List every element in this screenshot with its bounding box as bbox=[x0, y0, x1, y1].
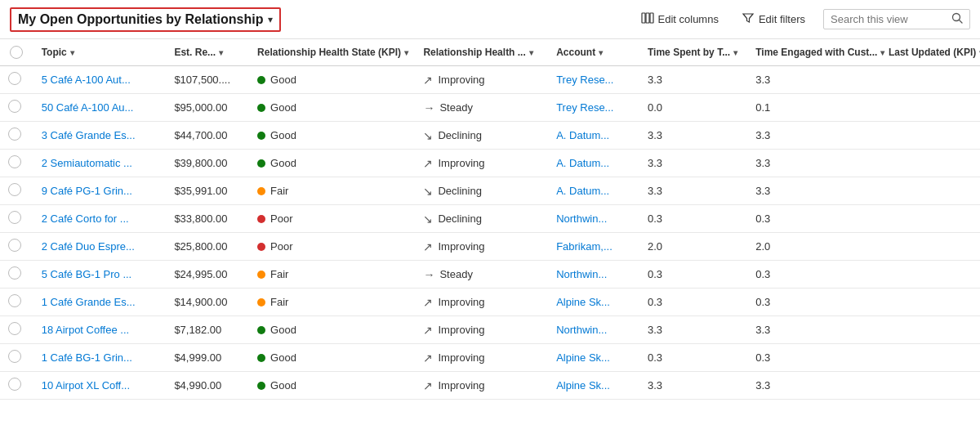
edit-columns-button[interactable]: Edit columns bbox=[636, 8, 724, 30]
row-checkbox[interactable] bbox=[8, 239, 21, 252]
sort-icon: ▾ bbox=[733, 48, 737, 57]
topic-link[interactable]: 9 Café PG-1 Grin... bbox=[42, 185, 132, 197]
est-revenue-cell: $39,800.00 bbox=[166, 150, 249, 177]
account-cell[interactable]: A. Datum... bbox=[548, 177, 639, 205]
account-link[interactable]: Fabrikam,... bbox=[556, 240, 612, 253]
time-engaged-cell: 3.3 bbox=[747, 122, 880, 150]
trend-arrow-icon: ↗ bbox=[423, 379, 433, 392]
time-engaged-cell: 0.3 bbox=[747, 289, 880, 316]
time-engaged-cell: 3.3 bbox=[747, 66, 880, 94]
topic-link[interactable]: 5 Café BG-1 Pro ... bbox=[42, 268, 132, 280]
table-row: 18 Airpot Coffee ...$7,182.00Good↗Improv… bbox=[0, 316, 980, 344]
account-cell[interactable]: A. Datum... bbox=[548, 122, 639, 150]
table-row: 5 Café BG-1 Pro ...$24,995.00Fair→Steady… bbox=[0, 261, 980, 289]
row-checkbox[interactable] bbox=[8, 294, 21, 307]
page-title: My Open Opportunities by Relationship bbox=[18, 12, 263, 27]
row-checkbox[interactable] bbox=[8, 100, 21, 113]
topic-link[interactable]: 2 Café Corto for ... bbox=[42, 213, 129, 225]
svg-rect-1 bbox=[646, 13, 649, 23]
topic-link[interactable]: 5 Café A-100 Aut... bbox=[42, 74, 131, 86]
rh-cell: ↘Declining bbox=[415, 205, 548, 233]
last-updated-cell bbox=[880, 66, 980, 94]
account-cell[interactable]: Trey Rese... bbox=[548, 66, 639, 94]
topic-link[interactable]: 1 Café Grande Es... bbox=[42, 296, 136, 308]
account-cell[interactable]: Northwin... bbox=[548, 205, 639, 233]
col-header-est-revenue[interactable]: Est. Re... ▾ bbox=[166, 39, 249, 66]
account-link[interactable]: Alpine Sk... bbox=[556, 351, 610, 364]
account-link[interactable]: A. Datum... bbox=[556, 185, 609, 197]
time-engaged-cell: 2.0 bbox=[747, 233, 880, 261]
account-link[interactable]: Northwin... bbox=[556, 324, 607, 336]
edit-filters-button[interactable]: Edit filters bbox=[737, 8, 810, 30]
search-input[interactable] bbox=[831, 13, 947, 25]
row-checkbox[interactable] bbox=[8, 128, 21, 141]
time-engaged-cell: 3.3 bbox=[747, 372, 880, 400]
account-link[interactable]: Trey Rese... bbox=[556, 101, 613, 114]
status-dot-icon bbox=[257, 326, 265, 334]
col-header-last-updated[interactable]: Last Updated (KPI) ▾ bbox=[880, 39, 980, 66]
col-header-checkbox[interactable] bbox=[0, 39, 33, 66]
topic-link[interactable]: 50 Café A-100 Au... bbox=[42, 101, 134, 114]
col-header-rhs[interactable]: Relationship Health State (KPI) ▾ bbox=[249, 39, 415, 66]
account-cell[interactable]: Alpine Sk... bbox=[548, 289, 639, 316]
rh-cell: ↗Improving bbox=[415, 289, 548, 316]
col-header-topic[interactable]: Topic ▾ bbox=[33, 39, 167, 66]
table-row: 5 Café A-100 Aut...$107,500....Good↗Impr… bbox=[0, 66, 980, 94]
topic-link[interactable]: 3 Café Grande Es... bbox=[42, 129, 136, 141]
trend-arrow-icon: ↗ bbox=[423, 296, 433, 309]
header: My Open Opportunities by Relationship ▾ … bbox=[0, 0, 980, 39]
col-header-account[interactable]: Account ▾ bbox=[548, 39, 639, 66]
rh-cell: ↗Improving bbox=[415, 66, 548, 94]
account-cell[interactable]: Northwin... bbox=[548, 261, 639, 289]
account-cell[interactable]: Northwin... bbox=[548, 316, 639, 344]
account-link[interactable]: Trey Rese... bbox=[556, 74, 613, 86]
account-cell[interactable]: A. Datum... bbox=[548, 150, 639, 177]
account-cell[interactable]: Alpine Sk... bbox=[548, 344, 639, 372]
col-header-rh[interactable]: Relationship Health ... ▾ bbox=[415, 39, 548, 66]
topic-link[interactable]: 10 Airpot XL Coff... bbox=[42, 379, 130, 391]
row-checkbox[interactable] bbox=[8, 211, 21, 224]
table-row: 9 Café PG-1 Grin...$35,991.00Fair↘Declin… bbox=[0, 177, 980, 205]
account-cell[interactable]: Alpine Sk... bbox=[548, 372, 639, 400]
time-spent-cell: 3.3 bbox=[639, 66, 747, 94]
title-container[interactable]: My Open Opportunities by Relationship ▾ bbox=[10, 7, 281, 32]
header-checkbox[interactable] bbox=[10, 46, 23, 59]
row-checkbox[interactable] bbox=[8, 266, 21, 280]
account-link[interactable]: A. Datum... bbox=[556, 129, 609, 141]
topic-link[interactable]: 18 Airpot Coffee ... bbox=[42, 324, 129, 336]
trend-arrow-icon: ↗ bbox=[423, 240, 433, 253]
rh-cell: ↗Improving bbox=[415, 316, 548, 344]
est-revenue-cell: $25,800.00 bbox=[166, 233, 249, 261]
account-link[interactable]: Northwin... bbox=[556, 213, 607, 225]
rh-cell: →Steady bbox=[415, 94, 548, 122]
trend-arrow-icon: ↗ bbox=[423, 351, 433, 365]
row-checkbox[interactable] bbox=[8, 72, 21, 85]
last-updated-cell bbox=[880, 94, 980, 122]
col-header-time-spent[interactable]: Time Spent by T... ▾ bbox=[639, 39, 747, 66]
row-checkbox[interactable] bbox=[8, 350, 21, 363]
status-dot-icon bbox=[257, 104, 265, 112]
svg-rect-0 bbox=[642, 13, 645, 23]
row-checkbox[interactable] bbox=[8, 322, 21, 335]
account-link[interactable]: Alpine Sk... bbox=[556, 296, 610, 308]
topic-link[interactable]: 1 Café BG-1 Grin... bbox=[42, 351, 132, 364]
account-link[interactable]: Northwin... bbox=[556, 268, 607, 280]
table-header-row: Topic ▾ Est. Re... ▾ Relationship Health… bbox=[0, 39, 980, 66]
trend-arrow-icon: ↘ bbox=[423, 185, 433, 198]
row-checkbox[interactable] bbox=[8, 155, 21, 168]
table-row: 2 Café Corto for ...$33,800.00Poor↘Decli… bbox=[0, 205, 980, 233]
account-link[interactable]: A. Datum... bbox=[556, 157, 609, 169]
topic-link[interactable]: 2 Café Duo Espre... bbox=[42, 240, 135, 253]
row-checkbox[interactable] bbox=[8, 378, 21, 391]
est-revenue-cell: $7,182.00 bbox=[166, 316, 249, 344]
account-cell[interactable]: Fabrikam,... bbox=[548, 233, 639, 261]
col-header-time-engaged[interactable]: Time Engaged with Cust... ▾ bbox=[747, 39, 880, 66]
topic-link[interactable]: 2 Semiautomatic ... bbox=[42, 157, 132, 169]
account-link[interactable]: Alpine Sk... bbox=[556, 379, 610, 391]
rh-cell: ↗Improving bbox=[415, 233, 548, 261]
trend-arrow-icon: ↘ bbox=[423, 213, 433, 226]
account-cell[interactable]: Trey Rese... bbox=[548, 94, 639, 122]
sort-icon: ▾ bbox=[529, 48, 533, 57]
row-checkbox[interactable] bbox=[8, 183, 21, 196]
est-revenue-cell: $33,800.00 bbox=[166, 205, 249, 233]
